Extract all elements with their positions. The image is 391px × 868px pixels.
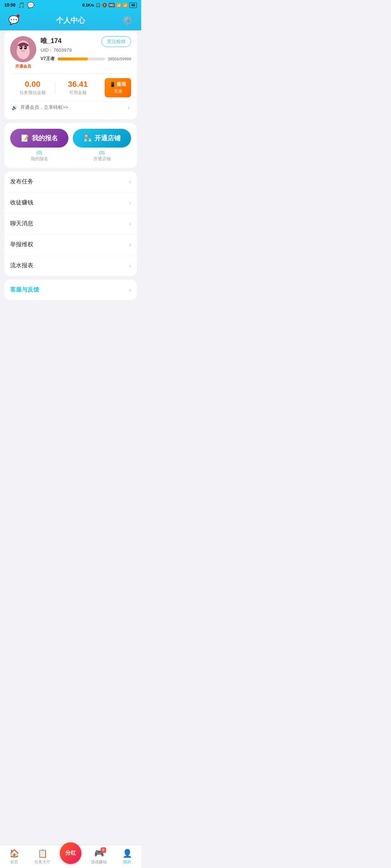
signal-icon-2: 📶 [123, 3, 128, 8]
headphone-icon: 🎧 [96, 3, 101, 8]
signup-desc: 我的报名 [10, 156, 68, 162]
settings-button[interactable]: ⚙️ [121, 14, 134, 27]
level-badge: V7王者 [41, 56, 55, 62]
avatar-image [10, 36, 36, 62]
speaker-icon: 🔊 [12, 105, 17, 110]
main-content: 开通会员 唯_174 关注粉丝 UID：7603979 V7王者 38566/5… [0, 30, 141, 333]
profile-level: V7王者 38566/59999 [41, 56, 131, 62]
service-label: 客服与反馈 [10, 286, 39, 294]
signup-action-item: 📝 我的报名 (0) 我的报名 [10, 129, 68, 162]
menu-item-publish-task[interactable]: 发布任务 › [4, 171, 137, 192]
shop-icon: 🏪 [84, 134, 92, 142]
menu-item-earn-disciples[interactable]: 收徒赚钱 › [4, 192, 137, 213]
status-left: 10:50 🎵 💬 [4, 2, 34, 9]
profile-top: 开通会员 唯_174 关注粉丝 UID：7603979 V7王者 38566/5… [10, 36, 131, 69]
signal-icon: 📶 [116, 3, 121, 8]
available-balance: 36.41 可用金额 [55, 80, 100, 96]
estimated-label: 任务预估金额 [10, 90, 55, 96]
shop-action-item: 🏪 开通店铺 (0) 开通店铺 [73, 129, 131, 162]
member-banner[interactable]: 🔊 开通会员，立享特权>> › [10, 101, 131, 114]
signup-button[interactable]: 📝 我的报名 [10, 129, 68, 148]
menu-arrow-statement: › [129, 263, 131, 269]
profile-info: 唯_174 关注粉丝 UID：7603979 V7王者 38566/59999 [41, 36, 131, 62]
member-banner-arrow-icon: › [128, 104, 130, 111]
shop-label: 开通店铺 [94, 134, 121, 142]
shop-count: (0) [73, 150, 131, 155]
chat-badge [17, 14, 20, 17]
settings-icon: ⚙️ [122, 15, 133, 25]
available-label: 可用金额 [55, 90, 100, 96]
member-banner-text: 开通会员，立享特权>> [20, 104, 68, 111]
menu-card: 发布任务 › 收徒赚钱 › 聊天消息 › 举报维权 › 流水报表 › [4, 171, 137, 276]
wechat-icon: 💬 [27, 2, 34, 9]
music-icon: 🎵 [18, 2, 25, 9]
status-bar: 10:50 🎵 💬 0.1K/s 🎧 🔕 HD 📶 📶 40 [0, 0, 141, 10]
avatar-section: 开通会员 [10, 36, 36, 69]
menu-arrow-earn-disciples: › [129, 200, 131, 206]
menu-item-statement[interactable]: 流水报表 › [4, 255, 137, 276]
menu-arrow-chat: › [129, 221, 131, 227]
chat-button[interactable]: 💬 [7, 14, 20, 27]
hd-icon: HD [109, 3, 115, 7]
profile-card: 开通会员 唯_174 关注粉丝 UID：7603979 V7王者 38566/5… [4, 30, 137, 119]
avatar[interactable] [10, 36, 36, 62]
menu-arrow-report: › [129, 242, 131, 248]
status-right: 0.1K/s 🎧 🔕 HD 📶 📶 40 [82, 3, 137, 8]
follow-fans-button[interactable]: 关注粉丝 [101, 36, 131, 47]
avatar-svg [10, 36, 36, 62]
level-bar [58, 58, 88, 60]
page-title: 个人中心 [20, 16, 121, 25]
member-banner-left: 🔊 开通会员，立享特权>> [12, 104, 68, 111]
action-card: 📝 我的报名 (0) 我的报名 🏪 开通店铺 (0) 开通店铺 [4, 123, 137, 168]
menu-label-report: 举报维权 [10, 241, 33, 248]
spacer [4, 304, 137, 333]
menu-item-chat[interactable]: 聊天消息 › [4, 213, 137, 234]
signup-count: (0) [10, 150, 68, 155]
open-member-tag[interactable]: 开通会员 [10, 64, 36, 69]
recharge-label: 充值 [110, 88, 126, 94]
mute-icon: 🔕 [102, 3, 107, 8]
status-time: 10:50 [4, 3, 16, 8]
shop-button[interactable]: 🏪 开通店铺 [73, 129, 131, 148]
signup-label: 我的报名 [32, 134, 58, 142]
svg-point-5 [20, 47, 21, 48]
profile-name: 唯_174 [41, 37, 62, 45]
battery-icon: 40 [129, 3, 137, 8]
menu-label-earn-disciples: 收徒赚钱 [10, 199, 33, 207]
menu-label-publish-task: 发布任务 [10, 178, 33, 186]
menu-arrow-publish-task: › [129, 179, 131, 185]
signup-icon: 📝 [21, 134, 29, 142]
withdraw-label: 提现 [117, 81, 126, 88]
balance-row: 0.00 任务预估金额 36.41 可用金额 📱 提现 充值 [10, 73, 131, 97]
menu-item-report[interactable]: 举报维权 › [4, 234, 137, 255]
service-card: 客服与反馈 › [4, 280, 137, 300]
service-arrow-icon: › [129, 287, 131, 293]
phone-icon: 📱 [110, 82, 115, 87]
menu-label-chat: 聊天消息 [10, 220, 33, 227]
level-progress: 38566/59999 [108, 57, 131, 61]
profile-uid: UID：7603979 [41, 47, 131, 54]
svg-point-6 [25, 47, 26, 48]
estimated-balance: 0.00 任务预估金额 [10, 80, 55, 96]
estimated-amount: 0.00 [10, 80, 55, 89]
withdraw-recharge-button[interactable]: 📱 提现 充值 [105, 78, 131, 97]
shop-desc: 开通店铺 [73, 156, 131, 162]
service-item[interactable]: 客服与反馈 › [4, 280, 137, 300]
network-speed: 0.1K/s [82, 3, 94, 7]
withdraw-top: 📱 提现 [110, 81, 126, 88]
level-bar-wrap [58, 58, 105, 60]
available-amount: 36.41 [55, 80, 100, 89]
menu-label-statement: 流水报表 [10, 262, 33, 269]
